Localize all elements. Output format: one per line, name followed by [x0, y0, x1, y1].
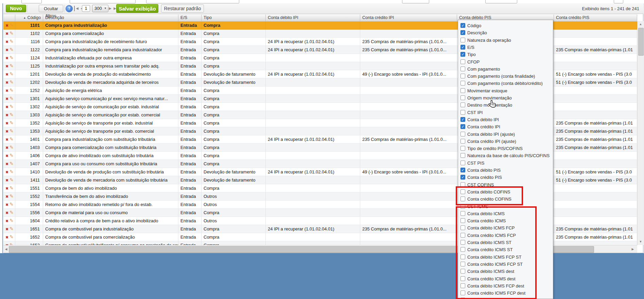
- delete-icon[interactable]: ✖: [5, 40, 8, 44]
- checkbox-unchecked-icon[interactable]: [460, 153, 465, 158]
- delete-icon[interactable]: ✖: [5, 56, 8, 60]
- scroll-down-icon[interactable]: ▼: [638, 239, 644, 244]
- checkbox-unchecked-icon[interactable]: [460, 146, 465, 151]
- edit-icon[interactable]: ✎: [10, 119, 14, 127]
- delete-icon[interactable]: ✖: [5, 211, 8, 215]
- next-page-button[interactable]: ▶: [108, 6, 112, 11]
- column-menu-item[interactable]: Conta débito IPI (ajuste): [458, 131, 553, 138]
- delete-icon[interactable]: ✖: [5, 32, 8, 36]
- edit-icon[interactable]: ✎: [10, 233, 14, 241]
- delete-icon[interactable]: ✖: [5, 186, 8, 190]
- checkbox-checked-icon[interactable]: ✓: [460, 168, 465, 172]
- checkbox-unchecked-icon[interactable]: [460, 139, 465, 144]
- vertical-scrollbar[interactable]: ▲ ▼: [637, 21, 644, 245]
- edit-icon[interactable]: ✎: [10, 111, 14, 119]
- column-menu-item[interactable]: ✓Tipo: [458, 51, 553, 58]
- column-menu-item[interactable]: Com pagamento (conta finalidade): [458, 73, 553, 80]
- column-menu-item[interactable]: ✓Código: [458, 22, 553, 29]
- page-number-input[interactable]: 1: [82, 5, 90, 12]
- new-button[interactable]: Novo: [6, 5, 26, 12]
- column-menu-item[interactable]: ✓Conta débito IPI: [458, 116, 553, 123]
- delete-icon[interactable]: ✖: [5, 97, 8, 101]
- hide-filters-button[interactable]: Ocultar filtros: [39, 5, 63, 12]
- delete-icon[interactable]: ✖: [5, 23, 8, 27]
- column-menu-item[interactable]: CST IPI: [458, 109, 553, 116]
- checkbox-checked-icon[interactable]: ✓: [460, 52, 465, 57]
- delete-icon[interactable]: ✖: [5, 89, 8, 93]
- checkbox-unchecked-icon[interactable]: [460, 59, 465, 64]
- save-view-button[interactable]: Salvar exibição: [116, 4, 158, 13]
- edit-icon[interactable]: ✎: [10, 95, 14, 102]
- checkbox-checked-icon[interactable]: ✓: [460, 117, 465, 122]
- checkbox-unchecked-icon[interactable]: [460, 102, 465, 107]
- column-menu-item[interactable]: ✓Descrição: [458, 29, 553, 36]
- edit-icon[interactable]: ✎: [10, 127, 14, 135]
- edit-icon[interactable]: ✎: [10, 46, 14, 54]
- edit-icon[interactable]: ✎: [10, 21, 14, 29]
- delete-icon[interactable]: ✖: [5, 146, 8, 150]
- delete-icon[interactable]: ✖: [5, 137, 8, 142]
- checkbox-unchecked-icon[interactable]: [460, 132, 465, 136]
- edit-icon[interactable]: ✎: [10, 184, 14, 192]
- column-menu-item[interactable]: Com pagamento (conta débito/crédito): [458, 80, 553, 87]
- delete-icon[interactable]: ✖: [5, 72, 8, 76]
- delete-icon[interactable]: ✖: [5, 227, 8, 231]
- column-menu-item[interactable]: ✓Conta crédito PIS: [458, 174, 553, 181]
- column-menu-item[interactable]: CST PIS: [458, 160, 553, 167]
- edit-icon[interactable]: ✎: [10, 209, 14, 217]
- edit-icon[interactable]: ✎: [10, 70, 14, 78]
- column-menu-item[interactable]: Natureza da operação: [458, 37, 553, 44]
- edit-icon[interactable]: ✎: [10, 103, 14, 111]
- column-menu-item[interactable]: CFOP: [458, 58, 553, 66]
- edit-icon[interactable]: ✎: [10, 217, 14, 225]
- column-menu-item[interactable]: ✓Conta débito PIS: [458, 167, 553, 174]
- delete-icon[interactable]: ✖: [5, 64, 8, 68]
- edit-icon[interactable]: ✎: [10, 78, 14, 86]
- column-header-es[interactable]: E/S: [178, 15, 202, 21]
- edit-icon[interactable]: ✎: [10, 152, 14, 160]
- edit-icon[interactable]: ✎: [10, 87, 14, 94]
- clipped-filter-input[interactable]: [146, 0, 239, 3]
- column-menu-item[interactable]: Com pagamento: [458, 66, 553, 73]
- checkbox-unchecked-icon[interactable]: [460, 161, 465, 165]
- page-size-select[interactable]: 300 ▼: [92, 5, 108, 12]
- restore-default-button[interactable]: Restaurar padrão: [161, 4, 204, 13]
- checkbox-unchecked-icon[interactable]: [460, 74, 465, 78]
- checkbox-unchecked-icon[interactable]: [460, 81, 465, 86]
- edit-icon[interactable]: ✎: [10, 54, 14, 62]
- delete-icon[interactable]: ✖: [5, 203, 8, 207]
- checkbox-checked-icon[interactable]: ✓: [460, 175, 465, 180]
- column-header-tipo[interactable]: Tipo: [202, 15, 266, 21]
- column-menu-item[interactable]: ✓E/S: [458, 44, 553, 51]
- scroll-right-icon[interactable]: ▶: [630, 245, 635, 253]
- checkbox-unchecked-icon[interactable]: [460, 88, 465, 93]
- clipped-filter-input[interactable]: [614, 0, 623, 3]
- column-menu-item[interactable]: Movimentar estoque: [458, 87, 553, 94]
- checkbox-checked-icon[interactable]: ✓: [460, 23, 465, 28]
- delete-icon[interactable]: ✖: [5, 48, 8, 52]
- clipped-filter-input[interactable]: [402, 0, 429, 3]
- edit-icon[interactable]: ✎: [10, 192, 14, 200]
- delete-icon[interactable]: ✖: [5, 194, 8, 199]
- edit-icon[interactable]: ✎: [10, 225, 14, 233]
- checkbox-checked-icon[interactable]: ✓: [460, 30, 465, 35]
- checkbox-unchecked-icon[interactable]: [460, 38, 465, 42]
- edit-icon[interactable]: ✎: [10, 144, 14, 151]
- column-menu-item[interactable]: Tipo de crédito PIS/COFINS: [458, 145, 553, 152]
- edit-icon[interactable]: ✎: [10, 168, 14, 176]
- column-menu-item[interactable]: ✓Conta crédito IPI: [458, 123, 553, 130]
- scroll-left-icon[interactable]: ◀: [4, 245, 8, 253]
- edit-icon[interactable]: ✎: [10, 201, 14, 208]
- delete-icon[interactable]: ✖: [5, 170, 8, 174]
- delete-icon[interactable]: ✖: [5, 162, 8, 166]
- column-header-conta_debito_ipi[interactable]: Conta débito IPI: [266, 15, 360, 21]
- delete-icon[interactable]: ✖: [5, 129, 8, 133]
- delete-icon[interactable]: ✖: [5, 219, 8, 223]
- column-header-conta_credito_pis[interactable]: Conta crédito PIS: [554, 15, 637, 21]
- clipped-filter-input[interactable]: [485, 0, 517, 3]
- column-header-descricao[interactable]: Descrição: [43, 15, 178, 21]
- edit-icon[interactable]: ✎: [10, 160, 14, 168]
- delete-icon[interactable]: ✖: [5, 113, 8, 117]
- checkbox-unchecked-icon[interactable]: [460, 110, 465, 115]
- delete-icon[interactable]: ✖: [5, 105, 8, 109]
